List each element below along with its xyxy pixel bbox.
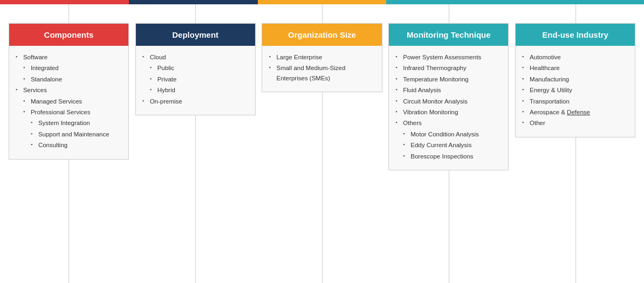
card-end-use: End-use Industry▪Automotive▪Healthcare▪M… <box>515 23 635 137</box>
column-components: Components▪Software▪Integrated▪Standalon… <box>5 4 132 283</box>
list-item-text: Small and Medium-Sized Enterprises (SMEs… <box>276 63 375 83</box>
list-item-text: Consulting <box>38 140 122 150</box>
list-item: ▪Aerospace & Defense <box>522 107 628 117</box>
card-header-org-size: Organization Size <box>262 24 381 46</box>
column-deployment: Deployment▪Cloud▪Public▪Private▪Hybrid▪O… <box>132 4 259 283</box>
list-item-text: Circuit Monitor Analysis <box>403 96 502 106</box>
bullet-icon: ▪ <box>395 74 403 83</box>
bullet-icon: ▪ <box>16 52 23 61</box>
list-item-text: Others <box>403 118 502 128</box>
card-components: Components▪Software▪Integrated▪Standalon… <box>9 23 129 160</box>
list-item-text: Private <box>157 74 249 84</box>
list-item: ▪Services <box>16 85 122 95</box>
bullet-icon: ▪ <box>16 85 23 94</box>
list-item: ▪System Integration <box>31 118 122 128</box>
card-org-size: Organization Size▪Large Enterprise▪Small… <box>262 23 382 92</box>
list-item: ▪Others <box>395 118 502 128</box>
bullet-icon: ▪ <box>150 74 157 83</box>
list-item: ▪Managed Services <box>23 96 122 106</box>
bullet-icon: ▪ <box>395 96 403 105</box>
list-item: ▪Small and Medium-Sized Enterprises (SME… <box>269 63 375 83</box>
card-header-deployment: Deployment <box>136 24 255 46</box>
list-item: ▪Private <box>150 74 249 84</box>
list-item-text: Integrated <box>31 63 122 73</box>
card-content-monitoring: ▪Power System Assessments▪Infrared Therm… <box>389 46 508 170</box>
bullet-icon: ▪ <box>269 52 276 61</box>
list-item-text: Cloud <box>150 52 249 62</box>
list-item-text: Vibration Monitoring <box>403 107 502 117</box>
column-org-size: Organization Size▪Large Enterprise▪Small… <box>259 4 386 283</box>
card-content-end-use: ▪Automotive▪Healthcare▪Manufacturing▪Ene… <box>516 46 635 137</box>
bullet-icon: ▪ <box>150 85 157 94</box>
list-item-text: Services <box>23 85 122 95</box>
list-item-text: Manufacturing <box>530 74 628 84</box>
list-item: ▪Motor Condition Analysis <box>403 129 502 139</box>
list-item-text: Public <box>157 63 249 73</box>
list-item: ▪Professional Services <box>23 107 122 117</box>
list-item-text: Aerospace & Defense <box>530 107 628 117</box>
card-monitoring: Monitoring Technique▪Power System Assess… <box>388 23 509 170</box>
list-item-text: Power System Assessments <box>403 52 502 62</box>
bullet-icon: ▪ <box>23 74 31 83</box>
card-content-org-size: ▪Large Enterprise▪Small and Medium-Sized… <box>262 46 381 92</box>
list-item: ▪On-premise <box>142 96 249 106</box>
bullet-icon: ▪ <box>395 63 403 72</box>
list-item-text: Motor Condition Analysis <box>410 129 502 139</box>
bullet-icon: ▪ <box>31 118 38 127</box>
card-deployment: Deployment▪Cloud▪Public▪Private▪Hybrid▪O… <box>135 23 256 115</box>
list-item: ▪Circuit Monitor Analysis <box>395 96 502 106</box>
list-item-text: Other <box>530 118 628 128</box>
list-item-text: Managed Services <box>31 96 122 106</box>
list-item: ▪Other <box>522 118 628 128</box>
list-item: ▪Healthcare <box>522 63 628 73</box>
bullet-icon: ▪ <box>403 140 410 149</box>
bullet-icon: ▪ <box>522 74 530 83</box>
list-item-text: Standalone <box>31 74 122 84</box>
list-item: ▪Infrared Thermography <box>395 63 502 73</box>
bullet-icon: ▪ <box>522 85 530 94</box>
list-item: ▪Hybrid <box>150 85 249 95</box>
bullet-icon: ▪ <box>31 140 38 149</box>
list-item: ▪Eddy Current Analysis <box>403 140 502 150</box>
bullet-icon: ▪ <box>142 52 150 61</box>
bullet-icon: ▪ <box>522 118 530 127</box>
bullet-icon: ▪ <box>522 52 530 61</box>
bullet-icon: ▪ <box>142 96 150 105</box>
list-item: ▪Cloud <box>142 52 249 62</box>
list-item-text: Infrared Thermography <box>403 63 502 73</box>
list-item: ▪Support and Maintenance <box>31 129 122 139</box>
list-item-text: Transportation <box>530 96 628 106</box>
bullet-icon: ▪ <box>522 107 530 116</box>
top-color-bar <box>0 0 644 4</box>
list-item-text: Healthcare <box>530 63 628 73</box>
list-item-text: Eddy Current Analysis <box>410 140 502 150</box>
bullet-icon: ▪ <box>522 63 530 72</box>
column-monitoring: Monitoring Technique▪Power System Assess… <box>385 4 512 283</box>
list-item: ▪Transportation <box>522 96 628 106</box>
list-item-text: Borescope Inspections <box>410 151 502 161</box>
list-item: ▪Large Enterprise <box>269 52 375 62</box>
bullet-icon: ▪ <box>403 129 410 138</box>
bullet-icon: ▪ <box>403 151 410 160</box>
list-item: ▪Software <box>16 52 122 62</box>
list-item-text: Automotive <box>530 52 628 62</box>
bullet-icon: ▪ <box>522 96 530 105</box>
list-item-text: Professional Services <box>31 107 122 117</box>
bullet-icon: ▪ <box>23 63 31 72</box>
bullet-icon: ▪ <box>395 85 403 94</box>
list-item-text: Large Enterprise <box>276 52 375 62</box>
list-item-text: Fluid Analysis <box>403 85 502 95</box>
list-item: ▪Vibration Monitoring <box>395 107 502 117</box>
card-header-monitoring: Monitoring Technique <box>389 24 508 46</box>
main-row: Components▪Software▪Integrated▪Standalon… <box>0 4 644 283</box>
bullet-icon: ▪ <box>31 129 38 138</box>
list-item: ▪Public <box>150 63 249 73</box>
bullet-icon: ▪ <box>23 107 31 116</box>
list-item: ▪Integrated <box>23 63 122 73</box>
card-header-components: Components <box>9 24 128 46</box>
list-item-text: Energy & Utility <box>530 85 628 95</box>
list-item-text: Hybrid <box>157 85 249 95</box>
list-item: ▪Consulting <box>31 140 122 150</box>
list-item: ▪Manufacturing <box>522 74 628 84</box>
main-layout: Components▪Software▪Integrated▪Standalon… <box>0 0 644 283</box>
